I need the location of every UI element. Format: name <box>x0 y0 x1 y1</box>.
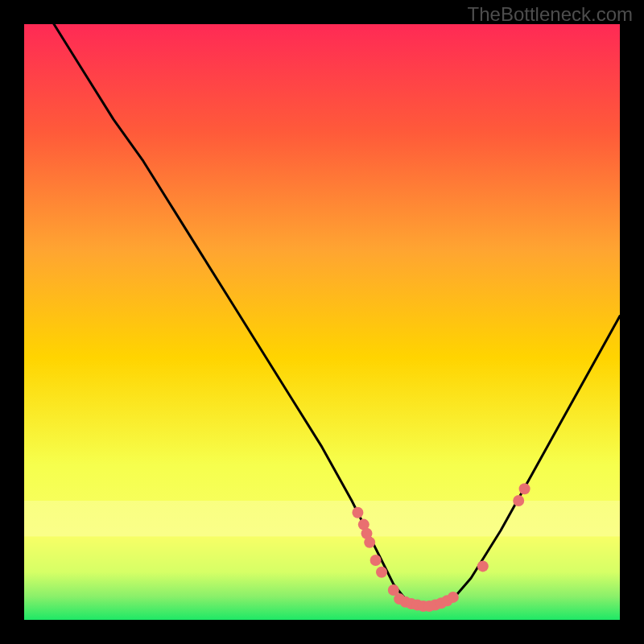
svg-point-2 <box>352 507 363 518</box>
svg-point-20 <box>513 495 524 506</box>
svg-point-5 <box>364 537 375 548</box>
svg-point-19 <box>477 560 489 572</box>
svg-point-18 <box>448 592 459 603</box>
chart-svg <box>24 24 620 620</box>
svg-point-21 <box>519 483 530 494</box>
chart-container: TheBottleneck.com <box>0 0 644 644</box>
svg-point-7 <box>376 567 387 578</box>
svg-rect-1 <box>24 501 620 536</box>
plot-area <box>24 24 620 620</box>
svg-point-6 <box>370 555 382 566</box>
watermark-text: TheBottleneck.com <box>468 3 633 26</box>
